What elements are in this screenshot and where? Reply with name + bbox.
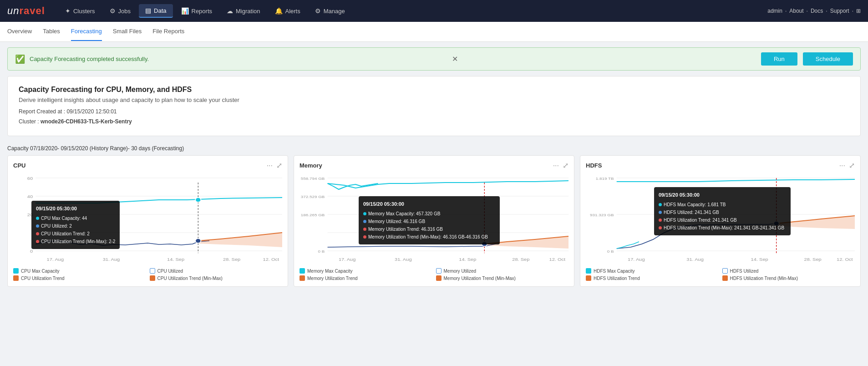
run-button[interactable]: Run (761, 52, 797, 66)
nav-migration[interactable]: ☁ Migration (220, 5, 266, 17)
expand-icon-memory[interactable]: ⤢ (563, 161, 569, 170)
more-icon[interactable]: ··· (267, 162, 273, 170)
legend-check-mem-orange1 (299, 275, 305, 281)
svg-text:31. Aug: 31. Aug (103, 257, 120, 262)
chart-memory-legend: Memory Max Capacity Memory Utilized Memo… (299, 268, 569, 281)
jobs-icon: ⚙ (110, 7, 116, 15)
chart-memory-svg-wrap: 558.794 GB 372.529 GB 186.265 GB 0 B (299, 173, 569, 264)
migration-icon: ☁ (227, 7, 233, 15)
alert-banner: ✅ Capacity Forecasting completed success… (7, 47, 861, 71)
chart-hdfs-title: HDFS (586, 162, 602, 169)
svg-text:28. Sep: 28. Sep (804, 257, 822, 262)
legend-hdfs-max: HDFS Max Capacity (586, 268, 719, 274)
svg-text:12. Oct: 12. Oct (263, 257, 279, 262)
nav-manage[interactable]: ⚙ Manage (309, 5, 351, 17)
nav-data[interactable]: ▤ Data (139, 4, 173, 18)
chart-memory-svg: 558.794 GB 372.529 GB 186.265 GB 0 B (299, 173, 569, 264)
legend-check-orange1 (13, 275, 19, 281)
legend-cpu-max: CPU Max Capacity (13, 268, 146, 274)
chart-hdfs-legend: HDFS Max Capacity HDFS Utilized HDFS Uti… (586, 268, 855, 281)
more-icon-memory[interactable]: ··· (553, 162, 559, 170)
legend-mem-utilized: Memory Utilized (436, 268, 569, 274)
chart-cpu-title: CPU (13, 162, 25, 169)
legend-cpu-trend: CPU Utilization Trend (13, 275, 146, 281)
nav-reports[interactable]: 📊 Reports (175, 5, 219, 17)
chart-cpu: CPU ··· ⤢ 60 40 20 0 (7, 155, 288, 287)
cluster-info: Cluster : wnode26-CDH633-TLS-Kerb-Sentry (19, 117, 849, 127)
nav-jobs[interactable]: ⚙ Jobs (103, 5, 137, 17)
chart-cpu-actions[interactable]: ··· ⤢ (267, 161, 282, 170)
svg-point-43 (773, 221, 779, 226)
expand-icon[interactable]: ⤢ (276, 161, 282, 170)
legend-check-orange2 (150, 275, 155, 281)
chart-memory-actions[interactable]: ··· ⤢ (553, 161, 569, 170)
chart-cpu-svg-wrap: 60 40 20 0 17. Aug 31. Aug (13, 173, 282, 264)
legend-mem-trend: Memory Utilization Trend (299, 275, 432, 281)
chart-hdfs-header: HDFS ··· ⤢ (586, 161, 855, 170)
close-icon[interactable]: ✕ (452, 55, 458, 63)
subnav-file-reports[interactable]: File Reports (152, 22, 184, 41)
legend-check-hdfs-blue (722, 268, 728, 274)
svg-point-11 (195, 239, 201, 243)
svg-text:28. Sep: 28. Sep (223, 257, 241, 262)
legend-check-mem-blue (436, 268, 442, 274)
capacity-range-label: Capacity 07/18/2020- 09/15/2020 (History… (0, 142, 868, 155)
schedule-button[interactable]: Schedule (803, 52, 853, 66)
svg-text:31. Aug: 31. Aug (395, 257, 412, 262)
manage-icon: ⚙ (315, 7, 321, 15)
svg-text:372.529 GB: 372.529 GB (301, 195, 325, 199)
svg-point-29 (482, 242, 487, 246)
alert-text: Capacity Forecasting completed successfu… (30, 56, 149, 62)
more-icon-hdfs[interactable]: ··· (839, 162, 845, 170)
svg-text:0 B: 0 B (318, 249, 325, 254)
nav-grid[interactable]: ⊞ (856, 8, 861, 14)
legend-check-hdfs-cyan (586, 268, 591, 274)
legend-mem-max: Memory Max Capacity (299, 268, 432, 274)
nav-support[interactable]: Support (830, 8, 849, 14)
legend-hdfs-utilized: HDFS Utilized (722, 268, 855, 274)
nav-docs[interactable]: Docs (811, 8, 823, 14)
svg-text:558.794 GB: 558.794 GB (301, 177, 325, 181)
svg-text:12. Oct: 12. Oct (837, 257, 853, 262)
chart-cpu-svg: 60 40 20 0 17. Aug 31. Aug (13, 173, 282, 264)
legend-hdfs-trend-minmax: HDFS Utilization Trend (Min-Max) (722, 275, 855, 281)
subnav-forecasting[interactable]: Forecasting (71, 22, 102, 41)
chart-hdfs-actions[interactable]: ··· ⤢ (839, 161, 855, 170)
subnav-tables[interactable]: Tables (43, 22, 60, 41)
nav-right: admin · About · Docs · Support · ⊞ (767, 8, 861, 14)
svg-text:20: 20 (27, 213, 33, 217)
svg-text:17. Aug: 17. Aug (628, 257, 645, 262)
svg-text:1.819 TB: 1.819 TB (596, 177, 614, 181)
chart-memory-header: Memory ··· ⤢ (299, 161, 569, 170)
legend-hdfs-trend: HDFS Utilization Trend (586, 275, 719, 281)
svg-text:31. Aug: 31. Aug (686, 257, 704, 262)
chart-hdfs: HDFS ··· ⤢ 1.819 TB 931.323 GB 0 B (580, 155, 861, 287)
expand-icon-hdfs[interactable]: ⤢ (849, 161, 855, 170)
svg-text:14. Sep: 14. Sep (751, 257, 769, 262)
subnav-overview[interactable]: Overview (7, 22, 32, 41)
svg-text:0: 0 (30, 249, 33, 254)
nav-alerts[interactable]: 🔔 Alerts (269, 5, 307, 17)
report-created: Report Created at : 09/15/2020 12:50:01 (19, 107, 849, 117)
subnav-small-files[interactable]: Small Files (113, 22, 142, 41)
charts-row: CPU ··· ⤢ 60 40 20 0 (0, 155, 868, 294)
top-navigation: unravel ✦ Clusters ⚙ Jobs ▤ Data 📊 Repor… (0, 0, 868, 22)
svg-text:931.323 GB: 931.323 GB (590, 213, 614, 217)
nav-admin[interactable]: admin (767, 8, 782, 14)
nav-items: ✦ Clusters ⚙ Jobs ▤ Data 📊 Reports ☁ Mig… (59, 4, 767, 18)
app-logo: unravel (7, 5, 45, 17)
svg-text:186.265 GB: 186.265 GB (301, 213, 325, 217)
nav-about[interactable]: About (789, 8, 803, 14)
alerts-icon: 🔔 (275, 7, 283, 15)
svg-text:0 B: 0 B (607, 249, 614, 254)
legend-check-mem-cyan (299, 268, 305, 274)
chart-hdfs-svg-wrap: 1.819 TB 931.323 GB 0 B 17. Aug 3 (586, 173, 855, 264)
nav-clusters[interactable]: ✦ Clusters (59, 5, 102, 17)
reports-icon: 📊 (181, 7, 189, 15)
legend-check-mem-orange2 (436, 275, 442, 281)
svg-text:28. Sep: 28. Sep (512, 257, 530, 262)
info-title: Capacity Forecasting for CPU, Memory, an… (19, 86, 849, 94)
legend-check-cyan (13, 268, 19, 274)
clusters-icon: ✦ (65, 7, 71, 15)
info-card: Capacity Forecasting for CPU, Memory, an… (7, 76, 861, 136)
